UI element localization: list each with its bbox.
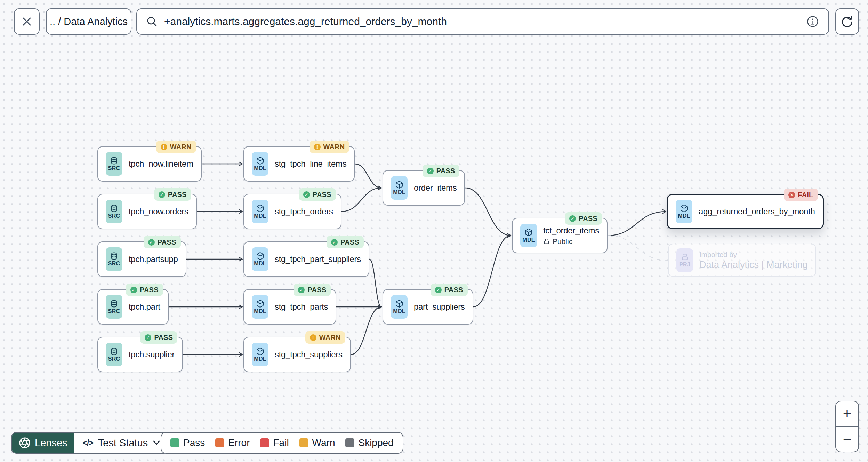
legend-label: Warn [312, 437, 335, 448]
node-part_suppliers[interactable]: ✓ PASS MDLpart_suppliers [383, 289, 473, 325]
legend-item: Warn [299, 437, 335, 448]
active-lens-label: Test Status [98, 437, 148, 449]
status-badge: ✕ FAIL [784, 189, 818, 201]
status-label: PASS [154, 334, 173, 342]
database-icon [110, 300, 118, 308]
legend-item: Pass [170, 437, 205, 448]
node-tpch_partsupp[interactable]: ✓ PASS SRCtpch.partsupp [97, 241, 186, 277]
status-pass-icon: ✓ [303, 191, 310, 198]
resource-type-chip: SRC [106, 152, 122, 176]
status-label: WARN [323, 143, 345, 151]
lineage-edge [465, 188, 511, 236]
graph-search-input[interactable] [164, 16, 800, 27]
node-label: tpch_now.orders [129, 207, 188, 216]
node-stg_tpch_suppliers[interactable]: ! WARN MDLstg_tpch_suppliers [243, 337, 351, 372]
status-badge: ✓ PASS [423, 165, 460, 177]
node-agg_returned_orders_by_month[interactable]: ✕ FAIL MDLagg_returned_orders_by_month [667, 194, 824, 229]
node-order_items[interactable]: ✓ PASS MDLorder_items [383, 170, 465, 206]
node-label: fct_order_items [543, 226, 599, 236]
status-label: PASS [444, 286, 463, 294]
cube-icon [256, 347, 264, 356]
breadcrumb-label: .. / Data Analytics [50, 16, 128, 27]
status-badge: ! WARN [310, 141, 349, 153]
aperture-icon [19, 437, 31, 449]
lineage-edge [341, 188, 381, 212]
node-tpch_supplier[interactable]: ✓ PASS SRCtpch.supplier [97, 337, 183, 372]
status-badge: ✓ PASS [144, 236, 181, 248]
search-icon [146, 16, 158, 27]
close-button[interactable] [14, 8, 40, 35]
node-stg_tpch_orders[interactable]: ✓ PASS MDLstg_tpch_orders [243, 194, 341, 229]
lineage-edge [351, 307, 381, 355]
node-tpch_now_orders[interactable]: ✓ PASS SRCtpch_now.orders [97, 194, 197, 229]
status-pass-icon: ✓ [331, 239, 338, 246]
status-warn-icon: ! [161, 144, 167, 150]
lens-selector[interactable]: </> Test Status [74, 433, 169, 453]
graph-search-bar[interactable] [136, 8, 829, 35]
resource-type-label: SRC [108, 308, 120, 314]
status-label: WARN [170, 143, 192, 151]
cube-icon [256, 300, 264, 308]
status-label: PASS [307, 286, 326, 294]
lineage-edge [608, 212, 666, 236]
zoom-out-button[interactable]: − [836, 427, 858, 452]
resource-type-label: MDL [254, 165, 266, 172]
resource-type-chip: MDL [391, 176, 408, 200]
status-pass-icon: ✓ [130, 287, 137, 293]
status-badge: ! WARN [305, 331, 345, 344]
status-label: PASS [579, 215, 597, 223]
zoom-in-button[interactable]: + [836, 401, 858, 427]
refresh-button[interactable] [835, 8, 859, 35]
resource-type-label: MDL [254, 356, 266, 362]
breadcrumb[interactable]: .. / Data Analytics [46, 8, 131, 35]
legend-item: Error [215, 437, 250, 448]
lenses-group: Lenses </> Test Status [11, 432, 169, 454]
resource-type-chip: MDL [520, 224, 537, 247]
legend-swatch [260, 438, 269, 447]
status-warn-icon: ! [314, 144, 321, 150]
lenses-button[interactable]: Lenses [12, 433, 74, 453]
legend-swatch [170, 438, 179, 447]
zoom-controls: + − [835, 401, 859, 452]
node-fct_order_items[interactable]: ✓ PASS MDLfct_order_itemsPublic [512, 218, 608, 253]
resource-type-label: MDL [254, 261, 266, 267]
lineage-edges [0, 0, 868, 462]
lineage-edge [355, 164, 381, 188]
status-fail-icon: ✕ [788, 192, 795, 198]
node-tpch_now_lineitem[interactable]: ! WARN SRCtpch_now.lineitem [97, 146, 202, 182]
node-stg_tpch_line_items[interactable]: ! WARN MDLstg_tpch_line_items [243, 146, 355, 182]
plus-icon: + [843, 406, 852, 422]
node-sublabel: Data Analytics | Marketing [699, 260, 808, 270]
resource-type-chip: SRC [106, 295, 122, 319]
info-icon[interactable] [806, 15, 819, 28]
resource-type-chip: MDL [252, 295, 268, 319]
cube-icon [256, 204, 264, 213]
code-icon: </> [83, 438, 93, 448]
status-badge: ✓ PASS [327, 236, 364, 248]
resource-type-label: MDL [254, 308, 266, 314]
status-label: PASS [313, 191, 331, 199]
node-stg_tpch_part_suppliers[interactable]: ✓ PASS MDLstg_tpch_part_suppliers [243, 241, 369, 277]
legend-item: Fail [260, 437, 289, 448]
resource-type-label: SRC [108, 356, 120, 362]
status-label: WARN [319, 334, 341, 342]
status-pass-icon: ✓ [298, 287, 305, 293]
lineage-canvas[interactable]: ! WARN SRCtpch_now.lineitem ! WARN MDLst… [0, 0, 868, 462]
resource-type-label: MDL [254, 213, 266, 219]
legend-swatch [215, 438, 224, 447]
node-stg_tpch_parts[interactable]: ✓ PASS MDLstg_tpch_parts [243, 289, 336, 325]
lenses-label: Lenses [35, 437, 67, 449]
status-badge: ✓ PASS [565, 212, 602, 225]
unlock-icon [543, 238, 550, 245]
legend-label: Pass [183, 437, 205, 448]
node-sublabel: Public [543, 237, 599, 246]
cube-icon [395, 181, 403, 189]
status-badge: ✓ PASS [126, 284, 163, 296]
resource-type-chip: SRC [106, 200, 122, 223]
node-label: part_suppliers [414, 302, 465, 312]
legend-swatch [345, 438, 354, 447]
cube-icon [395, 300, 403, 308]
node-tpch_part[interactable]: ✓ PASS SRCtpch.part [97, 289, 169, 325]
status-badge: ✓ PASS [140, 331, 177, 344]
node-label: stg_tpch_line_items [275, 159, 346, 169]
